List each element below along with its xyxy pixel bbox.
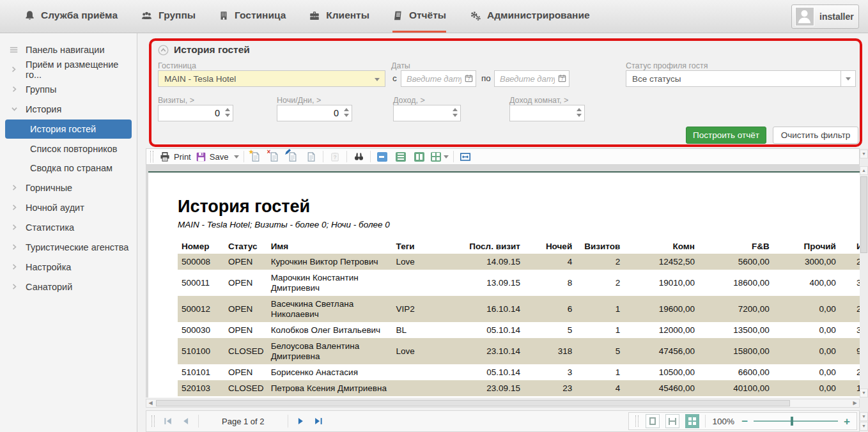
table-row: 510100CLOSEDБелоусова Валентина Дмитриев…	[178, 338, 860, 364]
clear-filter-button[interactable]: Очистить фильтр	[773, 127, 858, 144]
sidebar-item-settings[interactable]: Настройка	[0, 257, 137, 277]
collapse-panel-icon[interactable]	[158, 45, 169, 56]
hotel-select[interactable]: MAIN - Tesla Hotel	[158, 70, 385, 87]
table-cell: OPEN	[224, 296, 267, 322]
zoom-group-grip[interactable]	[635, 415, 639, 427]
room-revenue-input[interactable]	[510, 105, 584, 121]
sidebar-item-guest-history[interactable]: История гостей	[5, 120, 132, 139]
nav-item-clients[interactable]: Клиенты	[309, 0, 369, 33]
revenue-label: Доход, >	[393, 96, 425, 105]
zoom-out-button[interactable]: −	[741, 416, 748, 427]
sidebar-item-reception-placement[interactable]: Приём и размещение го...	[0, 59, 137, 79]
doc-new-icon: ★	[251, 151, 261, 162]
build-report-button[interactable]: Построить отчёт	[686, 127, 766, 144]
scroll-down-icon[interactable]: ▼	[860, 150, 868, 158]
zoom-slider[interactable]	[754, 417, 838, 426]
multiple-pages-icon	[688, 417, 696, 425]
sidebar-item-history[interactable]: История	[0, 99, 137, 119]
table-cell: VIP2	[392, 296, 454, 322]
view-onepage-button[interactable]	[375, 150, 389, 164]
nights-stepper	[277, 105, 352, 121]
view-mode-single-page-button[interactable]	[646, 414, 660, 428]
svg-text:7: 7	[468, 77, 470, 81]
zoom-in-button[interactable]: +	[844, 416, 850, 427]
revenue-input[interactable]	[394, 105, 460, 121]
scrollbar-thumb[interactable]	[156, 400, 790, 406]
save-button[interactable]: Save	[196, 150, 240, 164]
visits-input[interactable]	[159, 105, 233, 121]
find-button[interactable]	[352, 150, 366, 164]
vertical-scrollbar[interactable]: ▼ ▲ ▼ ▼ ▼	[860, 148, 868, 432]
report-page: История гостей MAIN - Tesla Hotel; Визит…	[148, 171, 860, 397]
view-twopages-button[interactable]	[412, 150, 426, 164]
scrollbar-thumb[interactable]	[860, 176, 867, 253]
arrow-up-icon[interactable]	[344, 108, 349, 111]
scroll-down-icon[interactable]: ▼	[860, 389, 868, 397]
view-mode-multiple-pages-button[interactable]	[685, 414, 699, 428]
horizontal-scrollbar[interactable]: ◀ ▶	[146, 399, 860, 408]
table-cell: 47456,00	[624, 338, 699, 364]
arrow-down-icon[interactable]	[344, 114, 349, 117]
calendar-icon[interactable]: 7	[558, 74, 566, 82]
doc-new-button[interactable]: ★	[249, 150, 263, 164]
slider-handle[interactable]	[791, 417, 793, 426]
scroll-up-icon[interactable]: ▲	[860, 166, 868, 175]
nav-item-administration[interactable]: Администрирование	[469, 0, 590, 33]
sidebar-item-housekeeping[interactable]: Горничные	[0, 178, 137, 197]
chevron-down-icon	[10, 105, 19, 112]
panel-header[interactable]: Панель навигации	[0, 40, 137, 59]
clipboard-question-button: ?	[328, 150, 342, 164]
user-menu-button[interactable]: installer	[791, 4, 859, 29]
arrow-up-icon[interactable]	[225, 108, 230, 111]
next-page-button[interactable]	[295, 417, 306, 426]
sidebar-item-night-audit[interactable]: Ночной аудит	[0, 197, 137, 217]
nav-item-hotel[interactable]: Гостиница	[219, 0, 286, 33]
arrow-down-icon[interactable]	[453, 114, 458, 117]
nav-item-reports[interactable]: Отчёты	[392, 0, 446, 33]
nav-item-reception[interactable]: Служба приёма	[24, 0, 118, 33]
scroll-left-icon[interactable]: ◀	[146, 399, 155, 407]
stepper-arrows[interactable]	[344, 108, 349, 117]
doc-edit-icon	[288, 151, 298, 162]
table-cell: 05.10.14	[453, 364, 523, 380]
sidebar-item-repeat-guests[interactable]: Список повторников	[0, 139, 137, 158]
view-mode-continuous-button[interactable]	[665, 414, 679, 428]
fit-width-button[interactable]	[458, 150, 472, 164]
previous-page-button[interactable]	[180, 417, 192, 426]
first-page-button[interactable]	[162, 417, 174, 426]
sidebar-item-statistics[interactable]: Статистика	[0, 217, 137, 237]
sidebar-item-country-summary[interactable]: Сводка по странам	[0, 158, 137, 178]
toolbar-separator	[346, 151, 347, 162]
arrow-up-icon[interactable]	[453, 108, 458, 111]
date-from-field: 7	[401, 70, 476, 87]
toolbar-grip[interactable]	[150, 151, 153, 162]
status-dropdown-button[interactable]	[841, 71, 855, 86]
stepper-arrows[interactable]	[225, 108, 230, 117]
calendar-icon[interactable]: 7	[465, 74, 473, 82]
separator	[198, 415, 199, 428]
nights-input[interactable]	[277, 105, 352, 121]
guest-profile-status-select[interactable]: Все статусы	[626, 70, 856, 87]
doc-plain-button[interactable]	[304, 150, 318, 164]
arrow-down-icon[interactable]	[577, 114, 582, 117]
stepper-arrows[interactable]	[577, 108, 582, 117]
view-wholepage-button[interactable]	[394, 150, 408, 164]
sidebar-item-sanatorium[interactable]: Санаторий	[0, 277, 137, 297]
nav-item-groups[interactable]: Группы	[141, 0, 196, 33]
sidebar-item-groups[interactable]: Группы	[0, 79, 137, 99]
scroll-down-icon[interactable]: ▼	[860, 412, 868, 421]
statusbar-grip[interactable]	[151, 415, 155, 427]
last-page-button[interactable]	[313, 417, 324, 426]
doc-edit-button[interactable]	[286, 150, 300, 164]
arrow-down-icon[interactable]	[225, 114, 230, 117]
table-cell: 0,00	[773, 322, 840, 338]
sidebar-item-travel-agencies[interactable]: Туристические агенства	[0, 237, 137, 257]
view-multipage-button[interactable]	[431, 150, 449, 164]
scroll-right-icon[interactable]: ▶	[851, 399, 859, 407]
column-header: F&B	[699, 239, 773, 254]
doc-delete-button[interactable]: ×	[267, 150, 281, 164]
stepper-arrows[interactable]	[453, 108, 458, 117]
print-button[interactable]: Print	[159, 150, 191, 164]
scroll-down-icon[interactable]: ▼	[860, 422, 868, 431]
arrow-up-icon[interactable]	[577, 108, 582, 111]
